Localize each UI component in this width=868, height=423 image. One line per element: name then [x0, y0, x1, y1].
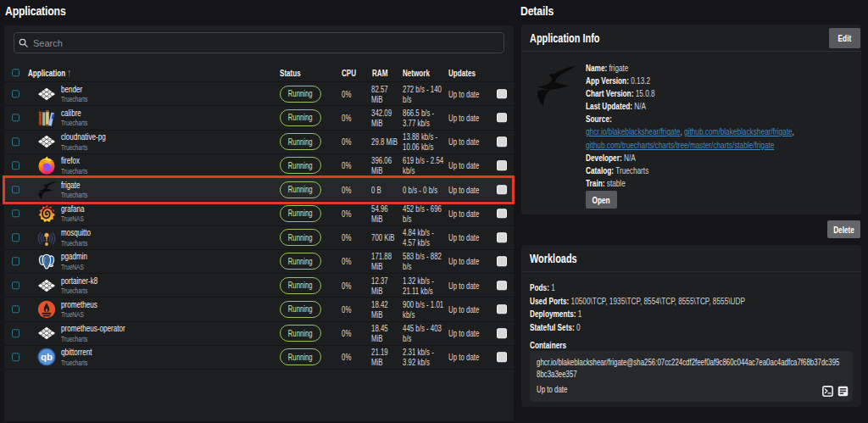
info-field: Catalog: Truecharts — [586, 164, 860, 177]
app-name: prometheus-operator — [61, 323, 125, 334]
shell-icon[interactable] — [822, 386, 833, 397]
source-link[interactable]: github.com/truecharts/charts/tree/master… — [586, 140, 774, 150]
column-header-application[interactable]: Application↑ — [28, 67, 71, 79]
row-checkbox[interactable] — [12, 137, 20, 146]
row-checkbox[interactable] — [12, 281, 20, 290]
table-row-qbittorrent[interactable]: qbqbittorrentTruechartsRunning0%21.19 Mi… — [4, 346, 514, 370]
stop-button[interactable] — [497, 161, 507, 171]
stop-icon — [497, 304, 507, 314]
network-cell: 619 b/s - 2.54 kb/s — [403, 155, 443, 175]
ram-cell: 29.8 MiB — [371, 136, 398, 147]
source-link[interactable]: github.com/blakeblackshear/frigate — [684, 126, 792, 136]
open-button[interactable]: Open — [586, 191, 617, 209]
grafana-icon — [36, 203, 57, 224]
column-header-ram[interactable]: RAM — [372, 68, 387, 78]
info-field: Source:ghcr.io/blakeblackshear/frigate, … — [586, 113, 860, 151]
table-row-prometheus-operator[interactable]: prometheus-operatorTruechartsRunning0%18… — [4, 322, 514, 346]
row-checkbox[interactable] — [12, 114, 20, 122]
app-name-cell[interactable]: pgadminTrueNAS — [61, 251, 87, 271]
stop-button[interactable] — [497, 257, 507, 267]
edit-button[interactable]: Edit — [829, 28, 860, 48]
stop-button[interactable] — [497, 281, 507, 291]
app-name-cell[interactable]: prometheusTrueNAS — [61, 299, 97, 320]
table-row-firefox[interactable]: firefoxTruechartsRunning0%396.06 MiB619 … — [4, 154, 514, 178]
network-cell: 13.88 kb/s - 10.06 kb/s — [403, 131, 437, 152]
table-row-calibre[interactable]: calibreTruechartsRunning0%342.09 MiB866.… — [4, 106, 514, 130]
search-box[interactable] — [14, 32, 504, 53]
stop-button[interactable] — [497, 304, 507, 314]
table-row-cloudnative-pg[interactable]: cloudnative-pgTruechartsRunning0%29.8 Mi… — [4, 131, 514, 154]
logs-icon[interactable] — [837, 386, 849, 397]
field-label: Name: — [586, 63, 607, 73]
info-field: Name: frigate — [586, 62, 860, 75]
table-row-frigate[interactable]: frigateTruechartsRunning0%0 B0 b/s - 0 b… — [4, 178, 514, 202]
app-catalog: Truecharts — [61, 167, 87, 176]
network-cell: 452 b/s - 696 b/s — [403, 203, 442, 224]
frigate-logo — [533, 63, 576, 107]
status-badge: Running — [280, 253, 321, 270]
column-header-updates[interactable]: Updates — [448, 68, 476, 78]
app-name-cell[interactable]: mosquittoTruecharts — [61, 227, 91, 248]
row-checkbox[interactable] — [12, 90, 20, 98]
updates-cell: Up to date — [448, 281, 479, 291]
field-value: 1 — [551, 282, 555, 292]
table-row-pgadmin[interactable]: pgadminTrueNASRunning0%171.88 MiB583 b/s… — [4, 250, 514, 274]
row-checkbox[interactable] — [12, 353, 20, 362]
container-image-text: ghcr.io/blakeblackshear/frigate@sha256:0… — [537, 357, 849, 380]
stop-button[interactable] — [497, 209, 507, 219]
row-checkbox[interactable] — [12, 186, 20, 194]
workloads-header: Workloads — [521, 245, 861, 272]
status-cell: Running — [280, 253, 321, 270]
row-checkbox[interactable] — [12, 209, 20, 218]
status-cell: Running — [280, 277, 321, 294]
applications-page-title: Applications — [5, 3, 66, 19]
app-name-cell[interactable]: cloudnative-pgTruecharts — [61, 131, 106, 152]
cpu-cell: 0% — [342, 304, 351, 314]
app-name-cell[interactable]: prometheus-operatorTruecharts — [61, 323, 125, 343]
search-input[interactable] — [33, 38, 498, 48]
field-value: 0 — [576, 322, 581, 332]
table-row-grafana[interactable]: grafanaTrueNASRunning0%54.96 MiB452 b/s … — [4, 202, 514, 225]
row-checkbox[interactable] — [12, 162, 20, 170]
delete-button[interactable]: Delete — [827, 220, 860, 238]
column-header-cpu[interactable]: CPU — [342, 68, 356, 78]
stop-icon — [497, 209, 507, 219]
status-cell: Running — [280, 229, 321, 246]
select-all-checkbox[interactable] — [12, 69, 20, 77]
table-row-prometheus[interactable]: prometheusTrueNASRunning0%18.42 MiB900 b… — [4, 298, 514, 321]
app-name: bender — [61, 83, 87, 94]
column-header-network[interactable]: Network — [403, 68, 430, 78]
stop-button[interactable] — [497, 185, 507, 195]
stop-button[interactable] — [497, 232, 507, 242]
row-checkbox[interactable] — [12, 305, 20, 314]
source-link[interactable]: ghcr.io/blakeblackshear/frigate — [586, 126, 680, 136]
status-cell: Running — [280, 205, 321, 222]
source-links: ghcr.io/blakeblackshear/frigate, github.… — [586, 125, 860, 151]
stop-button[interactable] — [497, 328, 507, 338]
ram-cell: 82.57 MiB — [371, 84, 388, 104]
app-name-cell[interactable]: grafanaTrueNAS — [61, 203, 84, 224]
workload-field: Deployments: 1 — [530, 308, 853, 321]
table-row-mosquitto[interactable]: mosquittoTruechartsRunning0%700 KiB4.84 … — [4, 226, 514, 250]
stop-button[interactable] — [497, 136, 507, 147]
stop-button[interactable] — [497, 113, 507, 123]
column-header-status[interactable]: Status — [280, 68, 301, 78]
app-name-cell[interactable]: benderTruecharts — [61, 83, 87, 103]
field-label: Train: — [586, 178, 604, 188]
app-name-cell[interactable]: qbittorrentTruecharts — [61, 347, 92, 367]
table-row-bender[interactable]: benderTruechartsRunning0%82.57 MiB272 b/… — [4, 82, 514, 106]
stop-button[interactable] — [497, 353, 507, 363]
sort-ascending-icon: ↑ — [67, 67, 71, 79]
row-checkbox[interactable] — [12, 233, 20, 242]
app-name-cell[interactable]: calibreTruecharts — [61, 108, 87, 128]
status-cell: Running — [280, 109, 321, 126]
stop-button[interactable] — [497, 89, 507, 99]
row-checkbox[interactable] — [12, 258, 20, 266]
app-name-cell[interactable]: portainer-k8Truecharts — [61, 275, 97, 295]
status-badge: Running — [280, 277, 321, 294]
ram-cell: 396.06 MiB — [371, 155, 392, 175]
app-name-cell[interactable]: firefoxTruecharts — [61, 155, 87, 175]
table-row-portainer-k8[interactable]: portainer-k8TruechartsRunning0%12.37 MiB… — [4, 274, 514, 298]
row-checkbox[interactable] — [12, 329, 20, 337]
app-name-cell[interactable]: frigateTruecharts — [61, 179, 87, 199]
